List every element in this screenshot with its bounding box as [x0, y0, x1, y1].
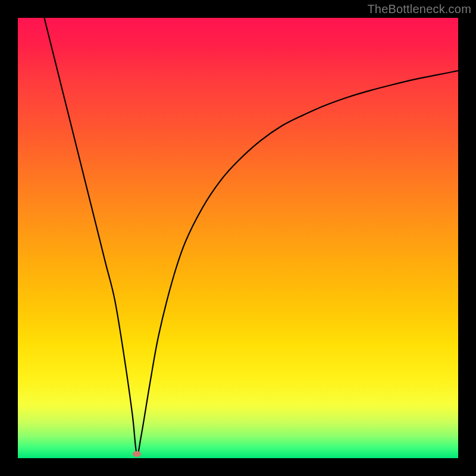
chart-frame: TheBottleneck.com: [0, 0, 476, 476]
watermark-text: TheBottleneck.com: [367, 2, 471, 16]
bottleneck-curve: [18, 18, 458, 458]
optimal-point-marker: [133, 451, 141, 457]
plot-area: [18, 18, 458, 458]
